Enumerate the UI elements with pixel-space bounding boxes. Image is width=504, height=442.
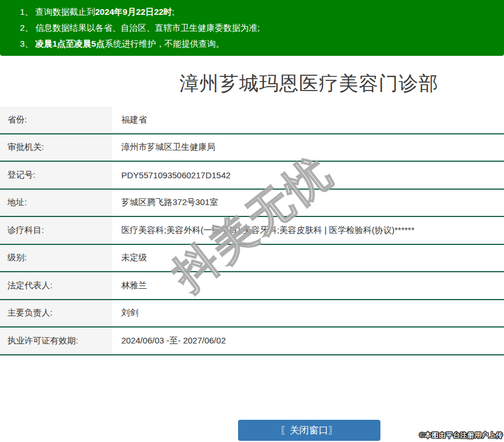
table-row-approval-authority: 审批机关: 漳州市芗城区卫生健康局 xyxy=(0,134,504,162)
notice-item-2: 2、 信息数据结果以各省、自治区、直辖市卫生健康委数据为准; xyxy=(20,20,498,36)
row-value: 未定级 xyxy=(112,245,504,272)
table-row-province: 省份: 福建省 xyxy=(0,107,504,134)
row-label: 法定代表人: xyxy=(0,272,112,299)
notice-text-bold: 2024年9月22日22时 xyxy=(95,7,172,17)
table-row-license-validity: 执业许可证有效期: 2024/06/03 -至- 2027/06/02 xyxy=(0,328,504,355)
notice-bar: 1、 查询数据截止到2024年9月22日22时; 2、 信息数据结果以各省、自治… xyxy=(0,0,504,56)
notice-text-bold: 凌晨1点至凌晨5点 xyxy=(35,39,105,48)
table-row-legal-representative: 法定代表人: 林雅兰 xyxy=(0,272,504,300)
row-value: 刘剑 xyxy=(112,300,504,327)
notice-number: 2、 xyxy=(20,20,35,36)
row-label: 主要负责人: xyxy=(0,300,112,327)
row-label: 诊疗科目: xyxy=(0,217,112,244)
notice-number: 3、 xyxy=(20,36,35,52)
close-window-button[interactable]: 〖关闭窗口〗 xyxy=(238,420,380,441)
table-row-registration-number: 登记号: PDY55710935060217D1542 xyxy=(0,162,504,190)
notice-text-post: ; xyxy=(172,7,174,17)
table-row-address: 地址: 芗城区腾飞路372号301室 xyxy=(0,190,504,218)
row-value: 福建省 xyxy=(112,107,504,133)
row-label: 地址: xyxy=(0,190,112,216)
notice-item-3: 3、 凌晨1点至凌晨5点系统进行维护，不能提供查询。 xyxy=(20,36,498,52)
row-value: 芗城区腾飞路372号301室 xyxy=(112,190,504,216)
row-label: 省份: xyxy=(0,107,112,133)
notice-text: 凌晨1点至凌晨5点系统进行维护，不能提供查询。 xyxy=(35,36,224,52)
row-label: 审批机关: xyxy=(0,134,112,161)
table-row-level: 级别: 未定级 xyxy=(0,245,504,273)
notice-text-pre: 查询数据截止到 xyxy=(35,7,95,17)
page-title: 漳州芗城玛恩医疗美容门诊部 xyxy=(114,71,504,95)
notice-text: 查询数据截止到2024年9月22日22时; xyxy=(35,4,174,20)
notice-text-post: 系统进行维护，不能提供查询。 xyxy=(105,39,224,48)
row-label: 登记号: xyxy=(0,162,112,189)
row-value: 林雅兰 xyxy=(112,272,504,299)
table-row-main-person-in-charge: 主要负责人: 刘剑 xyxy=(0,300,504,328)
row-label: 执业许可证有效期: xyxy=(0,328,112,354)
table-row-diagnosis-subjects: 诊疗科目: 医疗美容科;美容外科(一级项目);美容牙科;美容皮肤科 | 医学检验… xyxy=(0,217,504,245)
row-value: 医疗美容科;美容外科(一级项目);美容牙科;美容皮肤科 | 医学检验科(协议)*… xyxy=(112,217,504,244)
notice-text: 信息数据结果以各省、自治区、直辖市卫生健康委数据为准; xyxy=(35,20,260,36)
query-result-page: 1、 查询数据截止到2024年9月22日22时; 2、 信息数据结果以各省、自治… xyxy=(0,0,504,442)
row-value: 2024/06/03 -至- 2027/06/02 xyxy=(112,328,504,354)
row-value: PDY55710935060217D1542 xyxy=(112,162,504,189)
notice-text-pre: 信息数据结果以各省、自治区、直辖市卫生健康委数据为准; xyxy=(35,23,260,32)
notice-number: 1、 xyxy=(20,4,35,20)
title-area: 漳州芗城玛恩医疗美容门诊部 xyxy=(114,56,504,107)
copyright-watermark: ©本图由平台注册用户上传 xyxy=(419,431,503,440)
institution-info-table: 省份: 福建省 审批机关: 漳州市芗城区卫生健康局 登记号: PDY557109… xyxy=(0,107,504,355)
row-label: 级别: xyxy=(0,245,112,272)
row-value: 漳州市芗城区卫生健康局 xyxy=(112,134,504,161)
notice-item-1: 1、 查询数据截止到2024年9月22日22时; xyxy=(20,4,498,20)
